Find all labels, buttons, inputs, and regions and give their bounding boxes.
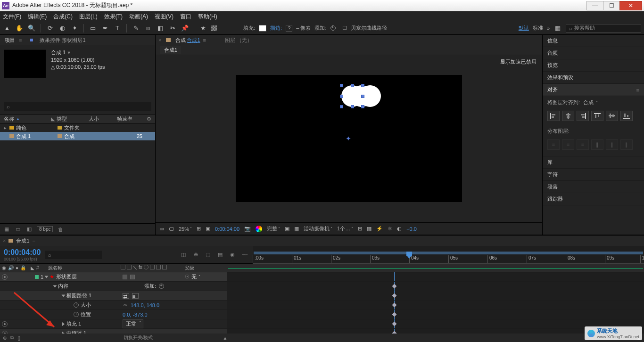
col-source-name[interactable]: 源名称 [45, 265, 121, 271]
align-left-icon[interactable] [547, 111, 560, 121]
layer-prop-size[interactable]: 大小 ∞148.0, 148.0 [0, 301, 644, 310]
align-right-icon[interactable] [577, 111, 589, 121]
workspace-icon[interactable]: ▦ [553, 24, 562, 33]
col-parent[interactable]: 父级 [185, 265, 227, 271]
bezier-label[interactable]: 贝塞尔曲线路径 [351, 24, 387, 32]
layer-duration-bar[interactable] [228, 268, 643, 269]
zoom-tool-icon[interactable]: 🔍 [27, 24, 36, 33]
fill-swatch[interactable] [259, 25, 266, 32]
view-dropdown[interactable]: 1个… ˅ [337, 225, 353, 232]
tab-menu-icon[interactable]: ≡ [203, 37, 206, 43]
panel-tracker[interactable]: 跟踪器 [543, 193, 644, 205]
grid-icon[interactable]: ⊞ [358, 226, 362, 232]
align-hcenter-icon[interactable] [562, 111, 574, 121]
time-ruler[interactable]: :00s 01s 02s 03s 04s 05s 06s 07s 08s 09s… [253, 246, 644, 263]
comp-mini-icon[interactable]: ◫ [179, 251, 188, 259]
hand-tool-icon[interactable]: ✋ [15, 24, 24, 33]
stopwatch-icon[interactable] [74, 312, 79, 317]
col-name[interactable]: 名称 [4, 115, 14, 122]
visibility-toggle[interactable] [2, 321, 8, 327]
tab-menu-icon[interactable]: ≡ [19, 37, 22, 43]
tab-close-icon[interactable]: × [3, 238, 6, 244]
pixel-icon[interactable]: ▦ [367, 226, 372, 232]
align-bottom-icon[interactable] [620, 111, 633, 121]
flowchart-icon[interactable]: ⚛ [388, 226, 392, 232]
layer-prop-contents[interactable]: 内容 添加: [0, 282, 644, 291]
prop-value[interactable]: 148.0, 148.0 [131, 302, 159, 308]
current-timecode[interactable]: 0:00:04:00 [4, 248, 41, 257]
composition-viewer[interactable]: 显示加速已禁用 ✦ [156, 55, 542, 222]
workspace-default[interactable]: 默认 [519, 24, 529, 32]
layer-prop-position[interactable]: 位置 0.0, -373.0 [0, 310, 644, 319]
stroke-label[interactable]: 描边: [270, 24, 282, 32]
comp-thumbnail[interactable] [4, 49, 46, 78]
new-folder-icon[interactable]: ▭ [14, 226, 22, 233]
text-tool-icon[interactable]: T [113, 24, 122, 33]
toggle-icon[interactable]: ⧉ [10, 335, 14, 341]
rectangle-tool-icon[interactable]: ▭ [89, 24, 97, 33]
eraser-tool-icon[interactable]: ◧ [156, 24, 165, 33]
visibility-toggle[interactable] [2, 331, 8, 334]
layer-row-shape[interactable]: 1 ★形状图层 ☉无˅ [0, 272, 644, 282]
exposure-value[interactable]: +0.0 [406, 226, 417, 232]
tab-effect-controls[interactable]: 效果控件 形状图层1 [38, 36, 87, 45]
add-icon[interactable] [159, 284, 164, 289]
shy-icon[interactable]: ⬚ [204, 251, 212, 259]
workspace-more[interactable]: » [547, 25, 550, 31]
tab-menu-icon[interactable]: ≡ [33, 238, 35, 244]
project-row-comp[interactable]: 合成 1 合成 25 [0, 132, 155, 140]
brush-tool-icon[interactable]: ✎ [132, 24, 140, 33]
comp-subtab[interactable]: 合成1 [160, 46, 181, 54]
link-icon[interactable]: ∞ [123, 302, 128, 308]
magnify-icon[interactable]: ▭ [159, 226, 164, 232]
panel-align[interactable]: 对齐 ≡ [543, 84, 644, 96]
stroke-swatch[interactable]: ? [286, 25, 292, 32]
workspace-standard[interactable]: 标准 [533, 24, 543, 32]
rotate-tool-icon[interactable]: ◐ [58, 24, 66, 33]
roto-tool-icon[interactable]: ✂ [168, 24, 177, 33]
pen-tool-icon[interactable]: ✒ [101, 24, 109, 33]
bpc-button[interactable]: 8 bpc [37, 226, 53, 232]
panel-audio[interactable]: 音频 [543, 47, 644, 59]
panel-menu-icon[interactable]: ≡ [636, 87, 639, 93]
menu-composition[interactable]: 合成(C) [53, 13, 73, 21]
prop-value[interactable]: 0.0, -373.0 [123, 312, 148, 318]
stopwatch-icon[interactable] [74, 302, 79, 308]
transparency-icon[interactable]: ▦ [294, 226, 299, 232]
safe-icon[interactable]: ⊞ [197, 226, 201, 232]
close-button[interactable]: ✕ [619, 1, 642, 10]
panel-libraries[interactable]: 库 [543, 156, 644, 169]
puppet-tool-icon[interactable]: 📌 [181, 24, 189, 33]
tab-project[interactable]: 项目 [3, 36, 17, 45]
menu-view[interactable]: 视图(V) [155, 13, 173, 21]
graph-icon[interactable]: 〰 [240, 251, 249, 259]
menu-animation[interactable]: 动画(A) [129, 13, 148, 21]
reset-exposure-icon[interactable]: ◐ [397, 226, 402, 232]
interpret-icon[interactable]: ▦ [3, 226, 10, 233]
checker-icon[interactable] [211, 25, 217, 31]
selection-tool-icon[interactable]: ▲ [3, 24, 11, 33]
panel-character[interactable]: 字符 [543, 169, 644, 181]
toggle-icon[interactable]: ⊕ [3, 335, 7, 341]
panel-preview[interactable]: 预览 [543, 59, 644, 72]
add-icon[interactable] [330, 25, 336, 31]
col-type[interactable]: 类型 [57, 115, 67, 122]
playhead[interactable] [406, 252, 412, 258]
channel-icon[interactable] [256, 226, 262, 232]
project-search[interactable]: ⌕ [4, 102, 151, 111]
timeline-tab[interactable]: 合成1 [16, 237, 29, 244]
menu-window[interactable]: 窗口 [180, 13, 191, 21]
motion-blur-icon[interactable]: ◉ [228, 251, 237, 259]
camera-dropdown[interactable]: 活动摄像机 ˅ [304, 225, 332, 232]
current-time[interactable]: 0:00:04:00 [215, 226, 239, 232]
layer-prop-ellipse-path[interactable]: 椭圆路径 1 ⇄≡ [0, 291, 644, 301]
layer-prop-repeater[interactable]: 中继器 1 [0, 329, 644, 334]
tab-close-icon[interactable]: × [158, 37, 161, 43]
visibility-toggle[interactable] [2, 274, 8, 280]
menu-help[interactable]: 帮助(H) [198, 13, 217, 21]
snapshot-icon[interactable]: 📷 [244, 226, 251, 232]
monitor-icon[interactable]: 🖵 [169, 226, 174, 232]
frame-blend-icon[interactable]: ▤ [216, 251, 224, 259]
path-comp-link[interactable]: 合成1 [187, 37, 200, 44]
anchor-tool-icon[interactable]: ✦ [70, 24, 79, 33]
